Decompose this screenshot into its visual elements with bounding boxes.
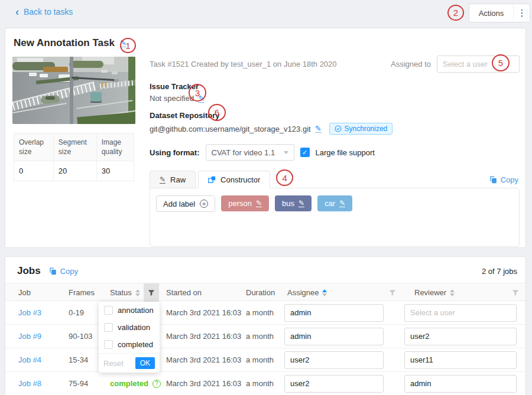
- assigned-to-label: Assigned to: [391, 60, 431, 68]
- job-row-4: Job #8 75-94 completed ? March 3rd 2021 …: [5, 372, 525, 395]
- label-chip-person[interactable]: person ✎: [221, 195, 269, 211]
- reviewer-input[interactable]: [404, 328, 517, 345]
- issue-tracker-value: Not specified: [150, 94, 194, 103]
- assignee-input[interactable]: [284, 328, 384, 345]
- col-header-reviewer[interactable]: Reviewer: [414, 283, 525, 302]
- annotation-circle-4: 4: [276, 169, 293, 186]
- copy-icon: [49, 267, 57, 275]
- more-vertical-icon[interactable]: ⋮: [513, 4, 530, 22]
- label-chip-car[interactable]: car ✎: [317, 195, 352, 211]
- tab-raw[interactable]: ✎ Raw: [150, 171, 196, 188]
- job-started: March 3rd 2021 16:03: [166, 332, 246, 341]
- status-filter-dropdown: annotation validation completed Reset OK: [99, 302, 160, 373]
- job-row-1: Job #3 0-19 March 3rd 2021 16:03 a month: [5, 301, 525, 325]
- question-circle-icon[interactable]: ?: [153, 380, 161, 388]
- job-link[interactable]: Job #4: [18, 355, 41, 364]
- reviewer-input[interactable]: [404, 304, 517, 322]
- job-link[interactable]: Job #9: [18, 332, 41, 341]
- jobs-count: 2 of 7 jobs: [482, 267, 517, 276]
- filter-option-validation[interactable]: validation: [99, 319, 160, 336]
- checkbox-annotation[interactable]: [104, 306, 113, 315]
- param-header-quality: Image quality: [96, 133, 134, 161]
- param-header-segment: Segment size: [53, 133, 96, 161]
- labels-copy-label: Copy: [501, 175, 518, 184]
- jobs-copy-button[interactable]: Copy: [49, 267, 78, 276]
- add-label-text: Add label: [163, 200, 195, 208]
- job-started: March 3rd 2021 16:03: [166, 355, 246, 364]
- task-title: New Annotation Task: [14, 37, 115, 49]
- assignee-input[interactable]: [284, 304, 384, 322]
- large-file-label: Large file support: [316, 148, 375, 157]
- actions-button[interactable]: Actions ⋮: [469, 4, 530, 22]
- job-duration: a month: [246, 308, 287, 317]
- checkbox-validation[interactable]: [104, 323, 113, 332]
- label-chip-person-name: person: [228, 199, 252, 208]
- large-file-checkbox[interactable]: ✓: [300, 148, 310, 157]
- status-sorter-icon[interactable]: [135, 289, 140, 296]
- param-value-quality: 30: [96, 161, 134, 181]
- col-header-frames: Frames: [69, 283, 110, 302]
- col-header-duration: Duration: [246, 283, 287, 302]
- tab-constructor[interactable]: Constructor: [198, 171, 270, 188]
- job-started: March 3rd 2021 16:03: [166, 308, 246, 317]
- task-details-card: New Annotation Task ✎ Overlap size: [5, 28, 526, 248]
- format-select-value: CVAT for video 1.1: [212, 148, 275, 157]
- edit-label-icon[interactable]: ✎: [256, 200, 262, 207]
- filter-reset-button[interactable]: Reset: [103, 359, 124, 368]
- reviewer-input[interactable]: [404, 375, 517, 393]
- col-header-status[interactable]: Status: [110, 283, 166, 302]
- using-format-label: Using format:: [150, 148, 200, 157]
- col-header-assignee[interactable]: Assignee: [287, 283, 414, 302]
- checkbox-completed[interactable]: [104, 340, 113, 349]
- labels-copy-button[interactable]: Copy: [489, 175, 518, 184]
- jobs-title: Jobs: [17, 265, 41, 277]
- add-label-button[interactable]: Add label +: [156, 195, 215, 212]
- assignee-filter-icon[interactable]: [385, 283, 400, 302]
- edit-label-icon[interactable]: ✎: [339, 200, 345, 207]
- job-frames: 75-94: [69, 379, 110, 388]
- dataset-repository-url: git@github.com:username/git_storage_v123…: [150, 125, 311, 133]
- assignee-input[interactable]: [284, 351, 384, 369]
- task-info-column: Task #1521 Created by test_user_1 on Jun…: [150, 55, 520, 247]
- job-duration: a month: [246, 355, 287, 364]
- edit-label-icon[interactable]: ✎: [299, 200, 304, 207]
- assignee-input[interactable]: [284, 375, 384, 393]
- job-duration: a month: [246, 332, 287, 341]
- task-meta-text: Task #1521 Created by test_user_1 on Jun…: [150, 60, 337, 68]
- job-link[interactable]: Job #8: [18, 379, 41, 388]
- status-filter-icon[interactable]: [144, 283, 159, 302]
- edit-repository-icon[interactable]: ✎: [315, 125, 322, 133]
- constructor-block-icon: [208, 176, 216, 184]
- job-row-2: Job #9 90-103 March 3rd 2021 16:03 a mon…: [5, 325, 525, 348]
- reviewer-sorter-icon[interactable]: [450, 289, 455, 296]
- back-to-tasks-link[interactable]: ‹ Back to tasks: [15, 7, 73, 17]
- col-header-started: Started on: [166, 283, 246, 302]
- sync-status-label: Synchronized: [345, 125, 388, 133]
- filter-option-completed[interactable]: completed: [99, 336, 160, 353]
- job-link[interactable]: Job #3: [18, 308, 41, 317]
- assignee-sorter-icon[interactable]: [322, 289, 327, 296]
- task-preview-image: [12, 57, 135, 124]
- sync-status-badge[interactable]: Synchronized: [329, 123, 393, 135]
- param-header-overlap: Overlap size: [14, 133, 54, 161]
- label-chip-car-name: car: [325, 199, 335, 208]
- tab-constructor-label: Constructor: [220, 175, 260, 184]
- pencil-icon: ✎: [160, 176, 166, 184]
- col-header-job: Job: [18, 283, 69, 302]
- jobs-copy-label: Copy: [60, 267, 78, 276]
- labels-tabs: ✎ Raw Constructor 4 Copy: [150, 170, 520, 188]
- filter-option-annotation[interactable]: annotation: [99, 302, 160, 319]
- plus-circle-icon: +: [200, 200, 208, 208]
- job-started: March 3rd 2021 16:03: [166, 379, 246, 388]
- filter-ok-button[interactable]: OK: [135, 357, 155, 369]
- param-value-segment: 20: [53, 161, 96, 181]
- reviewer-input[interactable]: [404, 351, 517, 369]
- reviewer-filter-icon[interactable]: [508, 283, 523, 302]
- format-select[interactable]: CVAT for video 1.1: [206, 144, 294, 161]
- back-chevron-icon: ‹: [15, 8, 19, 16]
- annotation-circle-3: 3: [189, 84, 206, 102]
- label-chip-bus[interactable]: bus ✎: [275, 195, 312, 211]
- label-chip-bus-name: bus: [282, 199, 294, 208]
- job-row-3: Job #4 15-34 March 3rd 2021 16:03 a mont…: [5, 348, 525, 372]
- annotation-circle-5: 5: [492, 54, 510, 71]
